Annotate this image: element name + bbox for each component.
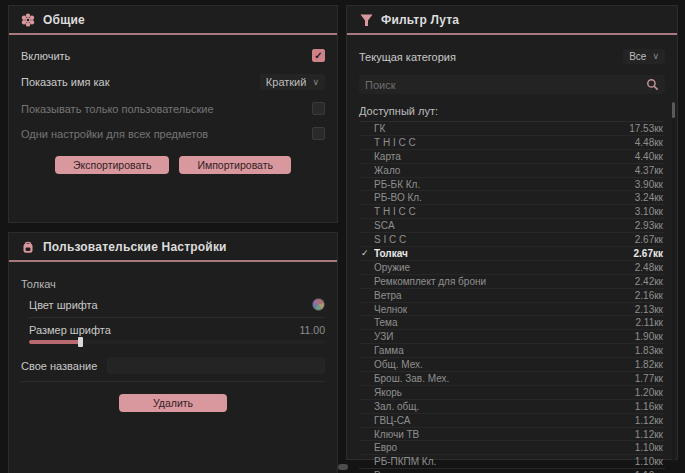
chevron-down-icon: ∨ [312, 78, 319, 87]
loot-item-name: Ключи ТВ [374, 429, 635, 440]
show-name-value: Краткий [266, 76, 307, 88]
loot-item-value: 1.10кк [635, 442, 663, 453]
loot-list-item[interactable]: Якорь 1.20кк [359, 386, 665, 400]
loot-list-item[interactable]: Карта 4.40кк [359, 150, 665, 164]
loot-item-value: 1.12кк [635, 415, 663, 426]
delete-button[interactable]: Удалить [119, 394, 227, 412]
font-size-label: Размер шрифта [29, 324, 111, 336]
loot-list-item[interactable]: УЗИ 1.90кк [359, 330, 665, 344]
loot-list-item[interactable]: РБ-ПКПМ Кл. 1.10кк [359, 455, 665, 469]
loot-list: ГК 17.53кк Т Н I С С 4.48кк Карта 4.40кк… [359, 121, 665, 473]
loot-list-item[interactable]: Ремкомплект для брони 2.42кк [359, 275, 665, 289]
loot-list-item[interactable]: Вдохновл. 1.10кк [359, 469, 665, 473]
loot-item-value: 2.93кк [635, 220, 663, 231]
loot-list-item[interactable]: Общ. Мех. 1.82кк [359, 358, 665, 372]
loot-item-name: Т Н I С С [374, 206, 635, 217]
loot-list-item[interactable]: РБ-ВО Кл. 3.24кк [359, 191, 665, 205]
selected-check-icon: ✓ [361, 248, 374, 258]
loot-item-name: Зал. общ. [374, 401, 635, 412]
general-settings-panel: Общие Включить ✓ Показать имя как Кратки… [8, 5, 338, 223]
loot-item-name: Ветра [374, 290, 635, 301]
enable-checkbox[interactable]: ✓ [312, 49, 325, 62]
loot-list-item[interactable]: ГВЦ-СА 1.12кк [359, 414, 665, 428]
loot-item-name: Толкач [374, 248, 634, 259]
loot-list-item[interactable]: РБ-БК Кл. 3.90кк [359, 178, 665, 192]
loot-item-name: Ремкомплект для брони [374, 276, 635, 287]
loot-item-value: 4.48кк [635, 137, 663, 148]
loot-list-item[interactable]: Ключи ТВ 1.12кк [359, 428, 665, 442]
loot-item-value: 2.11кк [636, 317, 663, 328]
font-color-label: Цвет шрифта [29, 299, 98, 311]
category-value: Все [629, 51, 646, 62]
loot-list-item[interactable]: Тема 2.11кк [359, 316, 665, 330]
gear-flower-icon [21, 13, 35, 27]
custom-settings-panel: Пользовательские Настройки Толкач Цвет ш… [8, 232, 338, 473]
import-button[interactable]: Импортировать [179, 156, 291, 174]
show-name-label: Показать имя как [21, 76, 110, 88]
slider-handle[interactable] [78, 337, 83, 347]
loot-list-item[interactable]: Челнок 2.13кк [359, 303, 665, 317]
loot-item-name: Челнок [374, 304, 635, 315]
loot-item-name: Карта [374, 151, 635, 162]
same-settings-checkbox[interactable] [312, 127, 325, 140]
loot-item-value: 1.12кк [635, 429, 663, 440]
category-label: Текущая категория [359, 51, 456, 63]
loot-list-item[interactable]: Оружие 2.48кк [359, 261, 665, 275]
loot-list-item[interactable]: ✓ Толкач 2.67кк [359, 247, 665, 261]
loot-list-item[interactable]: Брош. Зав. Мех. 1.77кк [359, 372, 665, 386]
loot-item-name: Т Н I С С [374, 137, 635, 148]
loot-item-name: РБ-ПКПМ Кл. [374, 456, 635, 467]
loot-item-name: Оружие [374, 262, 635, 273]
loot-list-item[interactable]: S I С С 2.67кк [359, 233, 665, 247]
loot-list-item[interactable]: Т Н I С С 3.10кк [359, 205, 665, 219]
color-picker-icon[interactable] [312, 298, 325, 311]
loot-item-value: 1.10кк [635, 456, 663, 467]
loot-list-item[interactable]: Гамма 1.83кк [359, 344, 665, 358]
search-placeholder: Поиск [365, 79, 646, 91]
loot-item-name: УЗИ [374, 331, 635, 342]
custom-name-input[interactable] [107, 357, 325, 374]
panel-title: Пользовательские Настройки [43, 240, 227, 254]
loot-item-name: Тема [374, 317, 636, 328]
list-scrollbar[interactable] [672, 102, 675, 462]
loot-filter-panel: Фильтр Лута Текущая категория Все ∨ Поис… [346, 5, 678, 460]
search-input[interactable]: Поиск [359, 75, 665, 94]
loot-item-name: Общ. Мех. [374, 359, 635, 370]
loot-item-name: Жало [374, 165, 635, 176]
font-size-slider[interactable] [29, 340, 325, 344]
category-dropdown[interactable]: Все ∨ [623, 49, 665, 64]
loot-item-value: 1.16кк [635, 401, 663, 412]
show-name-dropdown[interactable]: Краткий ∨ [260, 74, 325, 90]
loot-item-value: 3.10кк [635, 206, 663, 217]
panel-title: Общие [43, 13, 85, 27]
loot-item-value: 1.90кк [635, 331, 663, 342]
custom-name-label: Свое название [21, 360, 97, 372]
loot-list-item[interactable]: Евро 1.10кк [359, 441, 665, 455]
loot-list-item[interactable]: ГК 17.53кк [359, 122, 665, 136]
loot-item-value: 2.48кк [635, 262, 663, 273]
loot-list-item[interactable]: Жало 4.37кк [359, 164, 665, 178]
loot-list-item[interactable]: SCA 2.93кк [359, 219, 665, 233]
same-settings-label: Одни настройки для всех предметов [21, 128, 208, 140]
backpack-icon [21, 240, 35, 254]
page-scrollbar-thumb[interactable] [338, 464, 348, 470]
selected-item-label: Толкач [21, 270, 325, 292]
loot-item-value: 4.40кк [635, 151, 663, 162]
loot-item-value: 2.42кк [635, 276, 663, 287]
loot-list-item[interactable]: Ветра 2.16кк [359, 289, 665, 303]
loot-item-value: 2.67кк [635, 234, 663, 245]
list-scrollbar-thumb[interactable] [672, 102, 675, 118]
loot-item-value: 2.67кк [634, 248, 663, 259]
loot-item-name: ГК [374, 123, 629, 134]
loot-item-value: 1.20кк [635, 387, 663, 398]
loot-list-item[interactable]: Т Н I С С 4.48кк [359, 136, 665, 150]
loot-item-value: 17.53кк [629, 123, 663, 134]
chevron-down-icon: ∨ [652, 52, 659, 61]
loot-list-item[interactable]: Зал. общ. 1.16кк [359, 400, 665, 414]
loot-item-name: РБ-БК Кл. [374, 179, 635, 190]
search-icon[interactable] [646, 78, 659, 91]
only-custom-checkbox[interactable] [312, 102, 325, 115]
loot-item-value: 3.24кк [635, 192, 663, 203]
loot-item-value: 1.82кк [635, 359, 663, 370]
export-button[interactable]: Экспортировать [55, 156, 169, 174]
